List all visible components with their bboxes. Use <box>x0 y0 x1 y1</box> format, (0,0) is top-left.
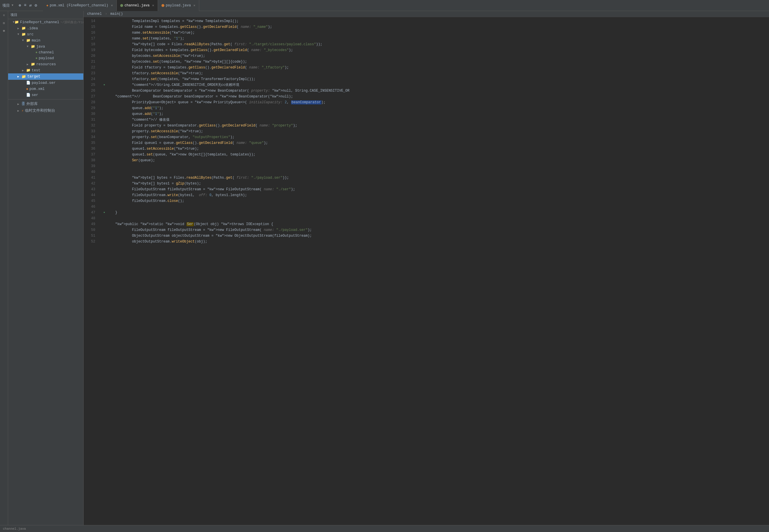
strip-btn-2[interactable]: ⊞ <box>1 20 7 26</box>
sidebar-item-channel[interactable]: ● channel <box>8 50 83 55</box>
sidebar-item-main[interactable]: 📁 main <box>8 37 83 44</box>
sidebar-item-idea[interactable]: 📁 .idea <box>8 25 83 31</box>
line-num-30: 30 <box>84 111 98 117</box>
settings-icon[interactable]: ⚙ <box>35 3 37 8</box>
channel-label: channel <box>39 50 54 55</box>
code-text-38: Ser(queue); <box>107 158 155 163</box>
line-num-44: 44 <box>84 192 98 198</box>
code-text-28: PriorityQueue<Object> queue = "kw">new P… <box>107 99 326 105</box>
line-num-39: 39 <box>84 163 98 169</box>
code-line-19: ● Field bytecodes = templates.getClass()… <box>98 47 769 53</box>
line-num-26: 26 <box>84 88 98 94</box>
ext-libs-arrow <box>17 102 21 106</box>
code-text-27: "comment">// BeanComparator beanComparat… <box>107 94 293 99</box>
gutter-icon-25: ● <box>102 82 107 88</box>
sidebar-item-src[interactable]: 📁 src <box>8 31 83 37</box>
code-text-34: property.set(beanComparator, "outputProp… <box>107 134 234 140</box>
code-text-35: Field queue1 = queue.getClass().getDecla… <box>107 140 268 146</box>
line-num-23: 23 <box>84 70 98 76</box>
target-label: target <box>27 75 40 79</box>
code-line-29: ● queue.add("1"); <box>98 105 769 111</box>
code-text-22: Field tfactory = templates.getClass().ge… <box>107 65 289 70</box>
sidebar-item-target[interactable]: 📁 target <box>8 73 83 80</box>
strip-btn-3[interactable]: ◉ <box>1 27 7 34</box>
code-line-36: ● queue1.setAccessible("kw">true); <box>98 146 769 152</box>
tab-channel[interactable]: channel.java ✕ <box>117 0 158 11</box>
sidebar-item-resources[interactable]: 📁 resources <box>8 61 83 67</box>
code-text-36: queue1.setAccessible("kw">true); <box>107 146 199 152</box>
code-line-32: ● Field property = beanComparator.getCla… <box>98 123 769 129</box>
code-line-24: ● tfactory.set(templates, "kw">new Trans… <box>98 76 769 82</box>
breadcrumb-bar: channel › main() <box>84 11 769 17</box>
breadcrumb-channel[interactable]: channel <box>87 12 102 16</box>
line-num-33: 33 <box>84 129 98 134</box>
sidebar-item-payload-ser[interactable]: 📄 payload.ser <box>8 80 83 86</box>
sidebar-item-java[interactable]: 📁 java <box>8 44 83 50</box>
code-line-20: ● bytecodes.setAccessible("kw">true); <box>98 53 769 59</box>
sidebar-item-temp-files[interactable]: ⚡ 临时文件和控制台 <box>8 107 83 114</box>
code-text-37: queue1.set(queue, "kw">new Object[]{temp… <box>107 152 255 158</box>
sidebar-item-pom[interactable]: ◆ pom.xml <box>8 86 83 92</box>
ext-libs-icon: 🗄 <box>21 102 25 106</box>
code-text-24: tfactory.set(templates, "kw">new Transfo… <box>107 76 255 82</box>
code-line-35: ● Field queue1 = queue.getClass().getDec… <box>98 140 769 146</box>
editor-area: channel › main() 14151617181920212223242… <box>84 11 769 525</box>
code-line-51: ● ObjectOutputStream objectOutputStream … <box>98 233 769 239</box>
main-arrow <box>22 39 26 42</box>
pom-label: pom.xml <box>29 87 45 91</box>
sidebar-item-ser[interactable]: 📄 ser <box>8 92 83 98</box>
project-folder-icon: 📁 <box>15 20 19 24</box>
split-icon[interactable]: ⇄ <box>29 3 32 8</box>
sidebar-item-test[interactable]: 📁 test <box>8 67 83 73</box>
strip-btn-1[interactable]: ≡ <box>1 12 7 19</box>
line-num-40: 40 <box>84 169 98 175</box>
code-text-19: Field bytecodes = templates.getClass().g… <box>107 47 293 53</box>
sidebar-item-external-libs[interactable]: 🗄 外部库 <box>8 101 83 107</box>
line-num-25: 25 <box>84 82 98 88</box>
line-num-35: 35 <box>84 140 98 146</box>
main-folder-icon: 📁 <box>26 38 30 43</box>
tab-payload[interactable]: payload.java ✕ <box>158 0 199 11</box>
line-num-37: 37 <box>84 152 98 158</box>
code-line-41: ● "kw">byte[] bytes = Files.readAllBytes… <box>98 175 769 181</box>
line-num-19: 19 <box>84 47 98 53</box>
pom-tab-close[interactable]: ✕ <box>111 3 113 7</box>
tabs-bar: ◆ pom.xml (FineReport_channel) ✕ channel… <box>43 0 767 11</box>
code-text-31: "comment">// 修改值 <box>107 117 169 123</box>
line-num-51: 51 <box>84 233 98 239</box>
code-text-47: } <box>107 210 117 216</box>
line-numbers: 1415161718192021222324252627282930313233… <box>84 17 98 525</box>
payload-tab-close[interactable]: ✕ <box>194 3 196 7</box>
line-num-38: 38 <box>84 158 98 163</box>
sidebar-item-project-root[interactable]: 📁 FineReport_channel ~/源码集合/FineReport/W… <box>8 19 83 25</box>
line-num-46: 46 <box>84 204 98 210</box>
code-line-37: ● queue1.set(queue, "kw">new Object[]{te… <box>98 152 769 158</box>
project-dropdown-icon[interactable]: ▼ <box>12 4 13 7</box>
sidebar-item-payload[interactable]: ● payload <box>8 55 83 61</box>
code-line-23: ● tfactory.setAccessible("kw">true); <box>98 70 769 76</box>
code-line-26: ● BeanComparator beanComparator = "kw">n… <box>98 88 769 94</box>
tab-pom[interactable]: ◆ pom.xml (FineReport_channel) ✕ <box>43 0 117 11</box>
target-folder-icon: 📁 <box>21 74 26 79</box>
sidebar-header: 项目 <box>8 11 83 19</box>
target-arrow <box>17 75 21 78</box>
line-num-32: 32 <box>84 123 98 129</box>
src-folder-icon: 📁 <box>21 32 26 37</box>
line-num-27: 27 <box>84 94 98 99</box>
code-line-33: ● property.setAccessible("kw">true); <box>98 129 769 134</box>
line-num-49: 49 <box>84 221 98 227</box>
temp-files-arrow <box>17 109 21 113</box>
refresh-icon[interactable]: ⊕ <box>19 3 21 8</box>
test-arrow <box>22 69 26 72</box>
code-line-21: ● bytecodes.set(templates, "kw">new "kw"… <box>98 59 769 65</box>
pom-tab-icon: ◆ <box>46 3 48 7</box>
code-line-43: ● FileOutputStream fileOutputStream = "k… <box>98 187 769 192</box>
gutter-icon-47: ● <box>102 210 107 216</box>
breadcrumb-main[interactable]: main() <box>110 12 123 16</box>
code-text-32: Field property = beanComparator.getClass… <box>107 123 297 129</box>
menu-icon[interactable]: ≡ <box>24 3 26 8</box>
channel-tab-close[interactable]: ✕ <box>152 3 154 7</box>
status-text: channel.java <box>3 527 26 531</box>
code-text-43: FileOutputStream fileOutputStream = "kw"… <box>107 187 295 192</box>
code-container[interactable]: 1415161718192021222324252627282930313233… <box>84 17 769 525</box>
